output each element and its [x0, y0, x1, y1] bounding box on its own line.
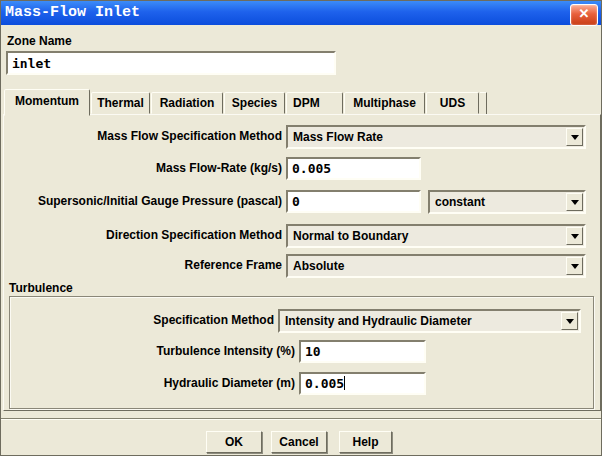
mass-flow-spec-method-dropdown[interactable]: Mass Flow Rate: [286, 125, 586, 149]
zone-name-input[interactable]: inlet: [6, 51, 336, 75]
direction-spec-method-dropdown[interactable]: Normal to Boundary: [286, 224, 586, 248]
button-separator: [1, 418, 602, 420]
chevron-down-icon[interactable]: [566, 227, 583, 245]
cancel-button[interactable]: Cancel: [271, 431, 327, 453]
window-title: Mass-Flow Inlet: [5, 1, 140, 25]
hydraulic-diameter-input[interactable]: 0.005: [299, 372, 426, 395]
ok-button[interactable]: OK: [206, 431, 262, 453]
chevron-down-icon[interactable]: [566, 257, 583, 275]
dropdown-value: Normal to Boundary: [293, 226, 564, 246]
dropdown-value: Mass Flow Rate: [293, 127, 564, 147]
dropdown-value: Intensity and Hydraulic Diameter: [285, 311, 559, 331]
hydraulic-diameter-label: Hydraulic Diameter (m): [1, 376, 295, 390]
mass-flow-rate-input[interactable]: 0.005: [286, 157, 421, 180]
titlebar[interactable]: Mass-Flow Inlet ✕: [1, 1, 602, 25]
help-button[interactable]: Help: [339, 431, 392, 453]
turb-spec-method-label: Specification Method: [1, 313, 274, 327]
hydraulic-diameter-value: 0.005: [305, 376, 344, 391]
dropdown-value: Absolute: [293, 256, 564, 276]
chevron-down-icon[interactable]: [566, 193, 583, 211]
turbulence-section-label: Turbulence: [9, 281, 73, 295]
turb-spec-method-dropdown[interactable]: Intensity and Hydraulic Diameter: [278, 309, 581, 333]
tab-strip-end: [480, 92, 487, 114]
mass-flow-inlet-dialog: Mass-Flow Inlet ✕ Zone Name inlet Moment…: [0, 0, 602, 456]
close-icon[interactable]: ✕: [570, 4, 598, 26]
turbulence-intensity-input[interactable]: 10: [299, 340, 426, 363]
turbulence-intensity-label: Turbulence Intensity (%): [1, 344, 295, 358]
chevron-down-icon[interactable]: [566, 128, 583, 146]
text-cursor: [344, 376, 345, 390]
gauge-pressure-input[interactable]: 0: [286, 190, 421, 213]
tab-momentum[interactable]: Momentum: [4, 89, 90, 116]
tab-species[interactable]: Species: [224, 92, 285, 114]
reference-frame-dropdown[interactable]: Absolute: [286, 254, 586, 278]
tab-thermal[interactable]: Thermal: [91, 92, 150, 114]
chevron-down-icon[interactable]: [561, 312, 578, 330]
tab-multiphase[interactable]: Multiphase: [344, 92, 425, 114]
zone-name-label: Zone Name: [7, 34, 72, 48]
tab-dpm[interactable]: DPM: [286, 92, 343, 114]
tab-uds[interactable]: UDS: [426, 92, 479, 114]
tab-radiation[interactable]: Radiation: [151, 92, 223, 114]
dropdown-value: constant: [435, 192, 564, 212]
gauge-pressure-profile-dropdown[interactable]: constant: [428, 190, 586, 214]
